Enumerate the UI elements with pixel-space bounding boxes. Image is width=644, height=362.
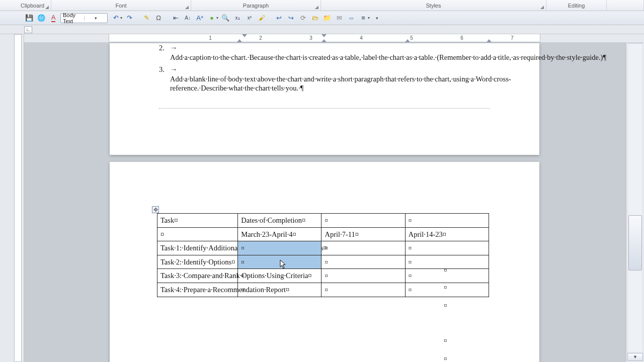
table-cell[interactable]: March·23-April·4¤ [238, 227, 321, 241]
shape-fill-button[interactable]: ● ▾ [207, 13, 218, 23]
list-number: 2. [159, 43, 170, 62]
table-cell-task[interactable]: Task·3:·Compare·and·Rank·Options·Using·C… [157, 269, 238, 283]
undo-icon: ↶ [111, 13, 121, 23]
scroll-thumb[interactable] [628, 215, 642, 270]
brush-icon[interactable]: 🖌 [257, 13, 267, 23]
clear-format-button[interactable]: Aᵃ [195, 13, 205, 23]
page-2: ✥ Task¤ Dates·of·Completion¤ ¤ ¤ ¤ March… [110, 162, 539, 362]
omega-icon[interactable]: Ω [153, 13, 164, 23]
ribbon-group-clipboard-label: Clipboard [21, 3, 44, 9]
link-forward-icon[interactable]: ↪ [286, 13, 296, 23]
column-indent-marker[interactable] [321, 34, 327, 37]
table-cell: ¤ [321, 241, 405, 255]
quick-toolbar: 💾 🌐 A Body Text ▾ ↶ ▾ ↷ ✎ Ω ⇤ A↓ Aᵃ ● ▾ … [0, 11, 644, 25]
scroll-track[interactable] [628, 44, 642, 352]
indent-left-icon[interactable]: ⇤ [171, 13, 181, 23]
table-header-dates[interactable]: Dates·of·Completion¤ [238, 214, 321, 228]
table-cell: ¤ [405, 214, 489, 228]
ruler-num: 6 [460, 35, 463, 41]
table-row: Task·4:·Prepare·a·Recommendation·Report¤… [157, 283, 489, 297]
vertical-ruler [0, 34, 24, 362]
line-spacing-icon: ≡ [358, 13, 368, 23]
refresh-icon[interactable]: ⟳ [298, 13, 308, 23]
scroll-down-icon[interactable]: ▼ [627, 353, 643, 361]
chevron-down-icon[interactable]: ▾ [368, 16, 370, 20]
ruler-num: 1 [209, 35, 212, 41]
table-cell: ¤ [321, 214, 405, 228]
row-end-mark: ¤ [444, 284, 447, 292]
ruler-num: 3 [309, 35, 312, 41]
column-indent-marker[interactable] [321, 39, 327, 42]
row-end-mark: ¤ [444, 266, 447, 275]
ruler-num: 5 [410, 35, 413, 41]
ribbon-group-editing: Editing [546, 0, 607, 11]
table-cell-task[interactable]: Task·1:·Identify·Additional·Criteria·and… [157, 241, 238, 255]
table-move-handle[interactable]: ✥ [152, 206, 159, 213]
table-cell: ¤ [238, 255, 321, 269]
tab-type-selector[interactable]: ∟ [24, 26, 32, 33]
first-line-indent-marker[interactable] [242, 34, 247, 37]
table-cell: ¤ [238, 269, 321, 283]
folder-open-icon[interactable]: 🗁 [310, 13, 320, 23]
save-icon[interactable]: 💾 [24, 13, 34, 23]
globe-icon[interactable]: 🌐 [36, 13, 46, 23]
ruler-num: 7 [511, 35, 514, 41]
ribbon-group-editing-label: Editing [568, 3, 585, 9]
table-cell[interactable]: April·14-23¤ [405, 227, 489, 241]
chevron-down-icon[interactable]: ▾ [84, 16, 108, 21]
table-row: Task¤ Dates·of·Completion¤ ¤ ¤ [157, 214, 489, 228]
styles-launcher-icon[interactable]: ◢ [539, 5, 544, 10]
document-scroll[interactable]: 1 2 3 4 5 6 7 ▭ 2. → Add·a·caption·to·th… [24, 34, 644, 362]
ribbon-group-clipboard: Clipboard ◢ [0, 0, 51, 11]
ribbon-group-paragraph: Paragraph ◢ [191, 0, 321, 11]
field-icon[interactable]: ▭ [346, 13, 356, 23]
table-cell[interactable]: April·7-11¤ [321, 227, 405, 241]
table-row: ¤ March·23-April·4¤ April·7-11¤ April·14… [157, 227, 489, 241]
highlight-icon[interactable]: ✎ [141, 13, 151, 23]
line-spacing-button[interactable]: ≡ ▾ [358, 13, 370, 23]
table-cell-task[interactable]: Task·4:·Prepare·a·Recommendation·Report¤ [157, 283, 238, 297]
right-indent-marker[interactable] [487, 39, 492, 42]
ribbon-group-labels: Clipboard ◢ Font ◢ Paragraph ◢ Styles ◢ … [0, 0, 644, 11]
clipboard-launcher-icon[interactable]: ◢ [44, 5, 49, 10]
table-row: Task·1:·Identify·Additional·Criteria·and… [157, 241, 489, 255]
list-text[interactable]: → Add·a·caption·to·the·chart.·Because·th… [170, 43, 606, 62]
table-cell-task[interactable]: Task·2:·Identify·Options¤ [157, 255, 238, 269]
ribbon-group-font-label: Font [115, 3, 126, 9]
subscript-icon[interactable]: x₂ [232, 13, 243, 23]
style-selector[interactable]: Body Text ▾ [60, 13, 108, 23]
vertical-scrollbar[interactable]: ▲ ▼ [626, 34, 644, 362]
horizontal-ruler[interactable]: 1 2 3 4 5 6 7 [24, 34, 644, 42]
font-launcher-icon[interactable]: ◢ [184, 5, 189, 10]
hanging-indent-marker[interactable] [237, 39, 242, 42]
font-color-icon[interactable]: A [48, 13, 58, 23]
schedule-table[interactable]: Task¤ Dates·of·Completion¤ ¤ ¤ ¤ March·2… [157, 213, 489, 297]
paragraph-launcher-icon[interactable]: ◢ [314, 5, 319, 10]
circle-icon: ● [207, 13, 217, 23]
table-cell[interactable]: ¤ [157, 227, 238, 241]
folder-icon[interactable]: 📁 [322, 13, 332, 23]
table-row: Task·2:·Identify·Options¤ ¤ ¤ ¤ [157, 255, 489, 269]
undo-button[interactable]: ↶ ▾ [111, 13, 122, 23]
table-cell: ¤ [405, 241, 489, 255]
list-number: 3. [159, 65, 170, 93]
customize-icon[interactable]: ▾ [372, 13, 382, 23]
table-cell: ¤ [321, 255, 405, 269]
chevron-down-icon[interactable]: ▾ [120, 16, 122, 20]
ribbon-group-paragraph-label: Paragraph [243, 3, 269, 9]
table-cell: ¤ [321, 269, 405, 283]
table-cell: ¤ [321, 283, 405, 297]
mail-icon[interactable]: ✉ [334, 13, 344, 23]
list-text[interactable]: → Add·a·blank·line·of·body·text·above·th… [170, 65, 511, 93]
table-header-task[interactable]: Task¤ [157, 214, 238, 228]
zoom-icon[interactable]: 🔍 [220, 13, 230, 23]
right-indent-marker[interactable] [405, 39, 410, 42]
superscript-icon[interactable]: x² [245, 13, 255, 23]
style-selector-value: Body Text [61, 12, 84, 24]
chevron-down-icon[interactable]: ▾ [216, 16, 218, 20]
clear-format-icon: Aᵃ [195, 13, 205, 23]
link-back-icon[interactable]: ↩ [274, 13, 284, 23]
ruler-num: 4 [360, 35, 363, 41]
sort-icon[interactable]: A↓ [183, 13, 193, 23]
redo-icon[interactable]: ↷ [124, 13, 134, 23]
